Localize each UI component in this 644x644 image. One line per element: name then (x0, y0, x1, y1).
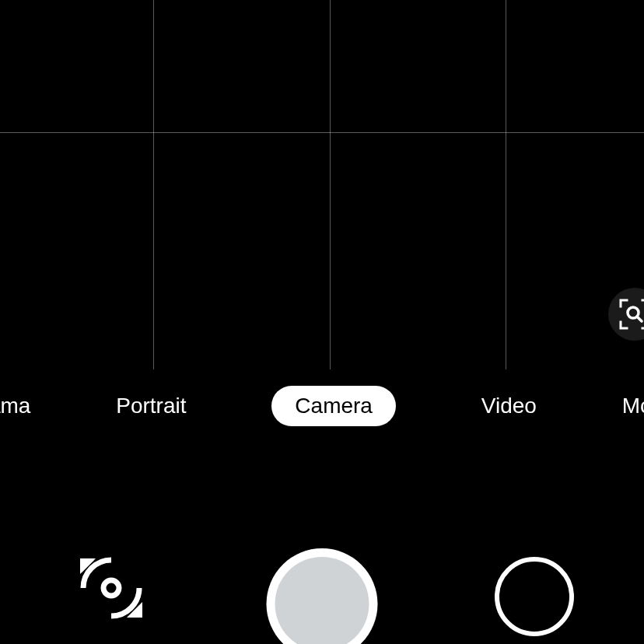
switch-camera-button[interactable] (70, 547, 152, 628)
viewfinder[interactable] (0, 0, 644, 369)
grid-line-vertical (330, 0, 331, 369)
shutter-core (275, 557, 369, 644)
svg-line-1 (637, 317, 642, 321)
grid-line-vertical (153, 0, 154, 369)
lens-scan-icon (618, 298, 644, 331)
mode-camera[interactable]: Camera (271, 386, 396, 426)
mode-more[interactable]: Mor (622, 386, 644, 426)
mode-video[interactable]: Video (481, 386, 537, 426)
svg-point-4 (103, 580, 119, 596)
camera-controls (0, 488, 644, 644)
mode-portrait[interactable]: Portrait (116, 386, 186, 426)
grid-line-horizontal (0, 132, 644, 133)
google-lens-button[interactable] (608, 288, 644, 341)
grid-line-vertical (506, 0, 506, 369)
mode-selector-strip[interactable]: orama Portrait Camera Video Mor (0, 383, 644, 429)
mode-panorama[interactable]: orama (0, 386, 30, 426)
shutter-button[interactable] (267, 548, 378, 644)
gallery-thumbnail-button[interactable] (495, 557, 574, 636)
switch-camera-icon (72, 549, 150, 627)
